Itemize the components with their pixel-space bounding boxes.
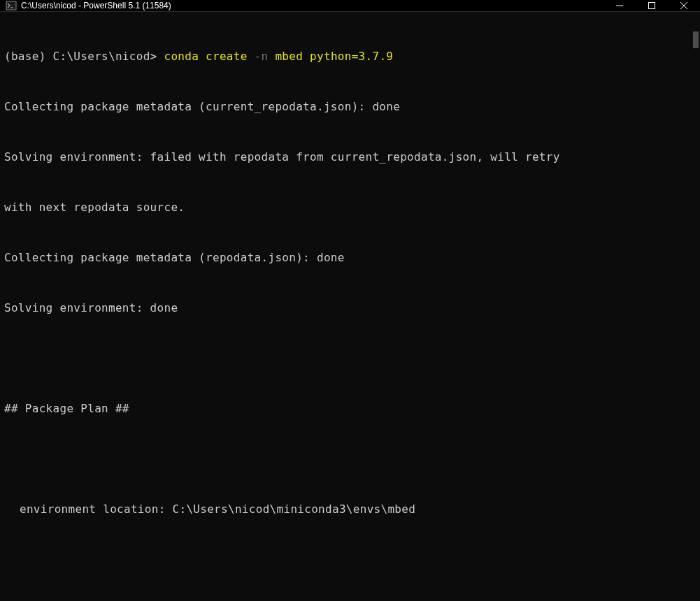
minimize-button[interactable]	[603, 0, 636, 11]
window-title: C:\Users\nicod - PowerShell 5.1 (11584)	[21, 1, 603, 10]
blank-line	[4, 350, 696, 367]
prompt-prefix: (base) C:\Users\nicod>	[4, 50, 164, 63]
command-rest: mbed python=3.7.9	[268, 50, 393, 63]
package-plan-header: ## Package Plan ##	[4, 400, 696, 417]
scrollbar[interactable]	[689, 12, 700, 601]
svg-rect-3	[649, 3, 655, 9]
output-line: Collecting package metadata (repodata.js…	[4, 249, 696, 266]
blank-line	[4, 451, 696, 468]
env-location: environment location: C:\Users\nicod\min…	[4, 501, 696, 518]
window-controls	[603, 0, 700, 11]
powershell-window: C:\Users\nicod - PowerShell 5.1 (11584) …	[0, 0, 700, 601]
output-line: with next repodata source.	[4, 199, 696, 216]
blank-line	[4, 551, 696, 568]
command-word: conda create	[164, 50, 254, 63]
svg-rect-0	[6, 1, 16, 10]
output-line: Solving environment: done	[4, 300, 696, 317]
terminal-area[interactable]: (base) C:\Users\nicod> conda create -n m…	[0, 12, 700, 601]
output-line: Solving environment: failed with repodat…	[4, 149, 696, 166]
prompt-line: (base) C:\Users\nicod> conda create -n m…	[4, 48, 696, 65]
close-button[interactable]	[668, 0, 700, 11]
scrollbar-thumb[interactable]	[693, 31, 699, 48]
output-line: Collecting package metadata (current_rep…	[4, 99, 696, 115]
app-icon	[6, 0, 17, 11]
command-flag: -n	[255, 50, 269, 63]
maximize-button[interactable]	[636, 0, 668, 11]
titlebar[interactable]: C:\Users\nicod - PowerShell 5.1 (11584)	[0, 0, 700, 12]
